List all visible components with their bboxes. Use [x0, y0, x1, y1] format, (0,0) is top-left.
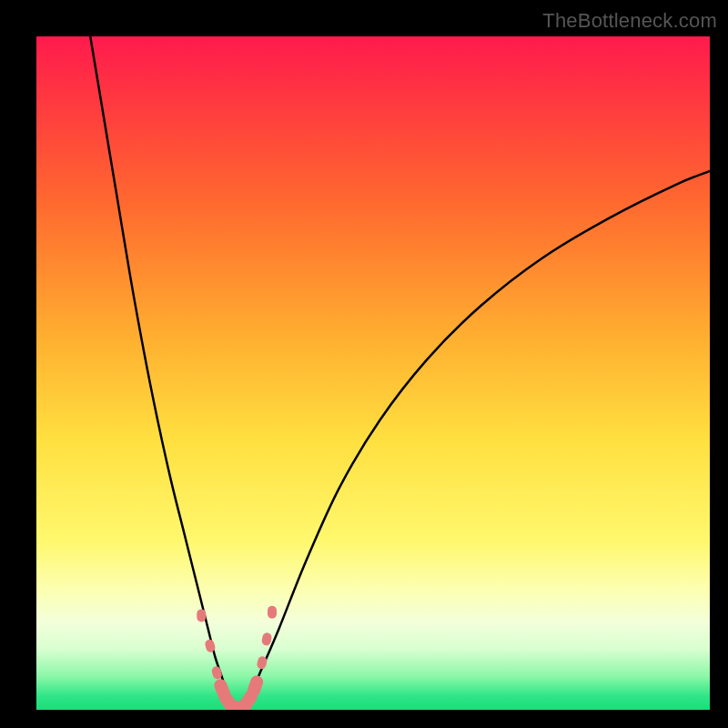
valley-marker [268, 606, 277, 619]
chart-overlay [36, 36, 710, 710]
plot-area [36, 36, 710, 710]
valley-marker [197, 609, 206, 622]
watermark-text: TheBottleneck.com [542, 9, 717, 33]
chart-frame: TheBottleneck.com [0, 0, 728, 728]
curve-right-branch [245, 171, 710, 710]
valley-markers [197, 606, 277, 710]
valley-marker [261, 632, 273, 646]
curve-left-branch [90, 36, 235, 710]
